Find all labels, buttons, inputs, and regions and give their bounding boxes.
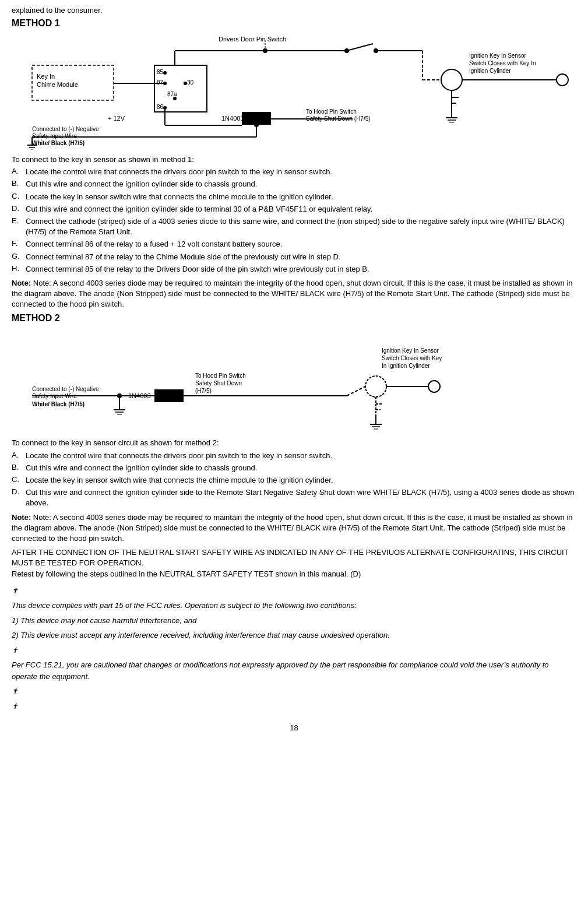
svg-text:30: 30 xyxy=(187,79,194,86)
step-item: D. Cut this wire and connect the ignitio… xyxy=(12,204,576,215)
method2-note: Note: Note: A second 4003 series diode m… xyxy=(12,512,576,544)
svg-text:In Ignition Cylinder: In Ignition Cylinder xyxy=(382,363,430,369)
svg-text:85: 85 xyxy=(157,69,164,75)
svg-text:White/ Black (H7/5): White/ Black (H7/5) xyxy=(32,140,84,146)
svg-text:Ignition Cylinder: Ignition Cylinder xyxy=(469,68,511,74)
svg-point-27 xyxy=(254,122,259,127)
step-item: G. Connect terminal 87 of the relay to t… xyxy=(12,252,576,262)
svg-text:Drivers Door Pin Switch: Drivers Door Pin Switch xyxy=(219,36,286,43)
fcc-line3: 2) This device must accept any interfere… xyxy=(12,630,576,641)
svg-line-76 xyxy=(347,386,365,396)
svg-text:Ignition Key In Sensor: Ignition Key In Sensor xyxy=(469,52,527,59)
method1-note: Note: Note: A second 4003 series diode m… xyxy=(12,278,576,310)
svg-text:Switch Closes with Key: Switch Closes with Key xyxy=(382,355,442,361)
method2-steps-intro: To connect to the key in sensor circuit … xyxy=(12,438,576,448)
method2-steps: To connect to the key in sensor circuit … xyxy=(12,438,576,508)
step-item: A. Locate the control wire that connects… xyxy=(12,451,576,461)
fcc-end: ✝ xyxy=(12,686,576,697)
svg-point-9 xyxy=(184,82,187,85)
svg-line-35 xyxy=(347,44,373,51)
fcc-section: ✝ This device complies with part 15 of t… xyxy=(12,585,576,712)
after-note: AFTER THE CONNECTION OF THE NEUTRAL STAR… xyxy=(12,547,576,579)
step-item: C. Locate the key in sensor switch wire … xyxy=(12,475,576,486)
page-number: 18 xyxy=(12,723,576,732)
method1-steps: To connect to the key in sensor as shown… xyxy=(12,154,576,275)
svg-text:Connected to (-) Negative: Connected to (-) Negative xyxy=(32,386,99,392)
svg-text:1N4003: 1N4003 xyxy=(221,115,244,122)
svg-text:Safety Shut Down (H7/5): Safety Shut Down (H7/5) xyxy=(306,115,371,122)
svg-text:Key In: Key In xyxy=(37,73,55,80)
fcc-line1-text: This device complies with part 15 of the… xyxy=(12,600,576,611)
fcc-line1: ✝ xyxy=(12,585,576,597)
step-item: E. Connect the cathode (striped) side of… xyxy=(12,216,576,237)
svg-text:Safety Shut Down: Safety Shut Down xyxy=(195,380,242,386)
method1-heading: METHOD 1 xyxy=(12,18,576,29)
svg-text:To Hood Pin Switch: To Hood Pin Switch xyxy=(195,372,246,379)
intro-text: explained to the consumer. xyxy=(12,6,576,15)
svg-text:Connected to (-) Negative: Connected to (-) Negative xyxy=(32,126,99,132)
svg-rect-57 xyxy=(154,389,184,402)
step-item: H. Connect terminal 85 of the relay to t… xyxy=(12,264,576,275)
svg-text:87a: 87a xyxy=(167,91,177,97)
method2-diagram: 1N4003 To Hood Pin Switch Safety Shut Do… xyxy=(12,328,576,433)
svg-text:Ignition Key In Sensor: Ignition Key In Sensor xyxy=(382,347,439,354)
step-item: A. Locate the control wire that connects… xyxy=(12,167,576,177)
svg-point-11 xyxy=(173,97,177,100)
svg-point-81 xyxy=(428,381,440,392)
step-item: D. Cut this wire and connect the ignitio… xyxy=(12,487,576,508)
fcc-per-fcc: Per FCC 15.21, you are cautioned that ch… xyxy=(12,659,576,682)
svg-text:To Hood Pin Switch: To Hood Pin Switch xyxy=(306,108,357,115)
svg-text:(H7/5): (H7/5) xyxy=(195,388,212,394)
svg-text:+ 12V: + 12V xyxy=(108,115,125,122)
svg-text:White/ Black (H7/5): White/ Black (H7/5) xyxy=(32,401,84,407)
fcc-line2: 1) This device may not cause harmful int… xyxy=(12,615,576,627)
svg-point-5 xyxy=(163,71,167,75)
step-item: B. Cut this wire and connect the ignitio… xyxy=(12,179,576,189)
svg-text:87: 87 xyxy=(157,79,164,86)
method1-steps-intro: To connect to the key in sensor as shown… xyxy=(12,154,576,165)
step-item: B. Cut this wire and connect the ignitio… xyxy=(12,463,576,473)
svg-text:86: 86 xyxy=(157,104,164,110)
svg-text:Chime Module: Chime Module xyxy=(37,81,78,88)
method1-diagram: Key In Chime Module 85 87 30 87a 86 + 12… xyxy=(12,33,576,150)
svg-point-72 xyxy=(365,376,386,397)
fcc-spacer: ✝ xyxy=(12,645,576,656)
method2-heading: METHOD 2 xyxy=(12,313,576,324)
step-item: C. Locate the key in sensor switch wire … xyxy=(12,192,576,202)
svg-text:Safety Input Wire: Safety Input Wire xyxy=(32,393,77,399)
svg-point-55 xyxy=(557,74,568,86)
svg-text:Safety Input Wire: Safety Input Wire xyxy=(32,133,77,139)
svg-point-37 xyxy=(441,69,462,90)
fcc-end2: ✝ xyxy=(12,701,576,712)
step-item: F. Connect terminal 86 of the relay to a… xyxy=(12,239,576,249)
svg-text:Switch Closes with Key In: Switch Closes with Key In xyxy=(469,60,536,66)
